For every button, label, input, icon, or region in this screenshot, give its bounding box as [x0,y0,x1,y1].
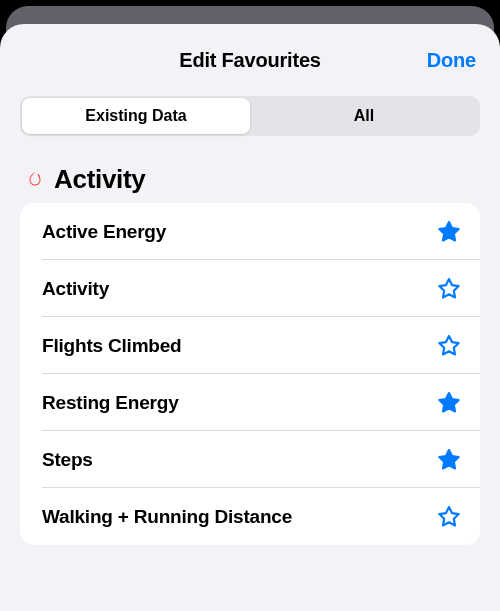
list-item-label: Flights Climbed [42,335,182,357]
section-header-activity: Activity [0,136,500,203]
done-button[interactable]: Done [427,24,476,96]
star-outline-icon[interactable] [436,333,462,359]
list-item-label: Walking + Running Distance [42,506,292,528]
star-filled-icon[interactable] [436,390,462,416]
list-item[interactable]: Steps [20,431,480,488]
segmented-control: Existing Data All [20,96,480,136]
nav-bar: Edit Favourites Done [0,24,500,96]
list-item[interactable]: Activity [20,260,480,317]
segment-all[interactable]: All [250,98,478,134]
star-outline-icon[interactable] [436,276,462,302]
activity-list: Active EnergyActivityFlights ClimbedRest… [20,203,480,545]
list-item-label: Resting Energy [42,392,179,414]
flame-icon [24,169,46,191]
list-item[interactable]: Resting Energy [20,374,480,431]
page-title: Edit Favourites [179,49,320,72]
list-item-label: Activity [42,278,109,300]
list-item[interactable]: Flights Climbed [20,317,480,374]
section-title-activity: Activity [54,164,146,195]
star-filled-icon[interactable] [436,447,462,473]
list-item-label: Steps [42,449,93,471]
edit-favourites-sheet: Edit Favourites Done Existing Data All A… [0,24,500,611]
star-filled-icon[interactable] [436,219,462,245]
list-item-label: Active Energy [42,221,166,243]
segment-existing-data[interactable]: Existing Data [22,98,250,134]
list-item[interactable]: Walking + Running Distance [20,488,480,545]
list-item[interactable]: Active Energy [20,203,480,260]
star-outline-icon[interactable] [436,504,462,530]
